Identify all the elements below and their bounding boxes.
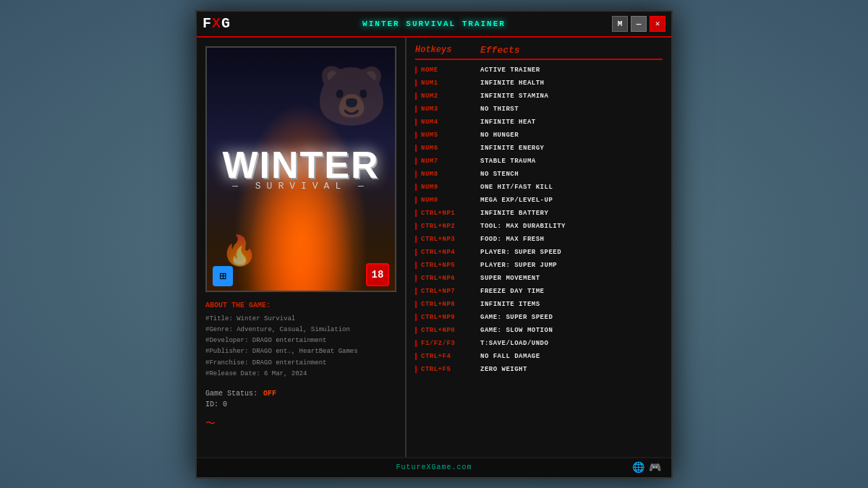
globe-icon: 🌐 (632, 461, 644, 474)
table-row: CTRL+NP0 GAME: SLOW MOTION (415, 325, 663, 337)
game-genre-line: #Genre: Adventure, Casual, Simulation (205, 325, 396, 335)
table-row: CTRL+NP6 SUPER MOVEMENT (415, 273, 663, 285)
hotkey-effect: T:SAVE/LOAD/UNDO (480, 340, 548, 347)
hotkey-key: HOME (415, 67, 480, 74)
hotkey-key: NUM7 (415, 158, 480, 165)
age-rating-badge: 18 (366, 263, 389, 286)
hotkey-effect: FREEZE DAY TIME (480, 288, 545, 295)
hotkey-effect: NO FALL DAMAGE (480, 353, 540, 360)
table-row: CTRL+NP3 FOOD: MAX FRESH (415, 234, 663, 246)
id-value: 0 (223, 401, 227, 408)
left-panel: 🐻 🔥 WINTER — SURVIVAL — ⊞ 18 ABOUT THE G… (197, 38, 407, 457)
hotkey-effect: STABLE TRAUMA (480, 158, 536, 165)
id-label: ID: (205, 401, 218, 408)
hotkey-key: CTRL+NP1 (415, 210, 480, 217)
game-franchise-line: #Franchise: DRAGO entertainment (205, 358, 396, 369)
right-panel: Hotkeys Effects HOME ACTIVE TRAINER NUM1… (407, 38, 671, 457)
table-row: CTRL+NP8 INFINITE ITEMS (415, 299, 663, 311)
cover-title-group: WINTER — SURVIVAL — (222, 146, 379, 192)
hotkey-key: NUM3 (415, 106, 480, 113)
hotkey-effect: NO STENCH (480, 171, 519, 178)
hotkey-effect: ACTIVE TRAINER (480, 67, 540, 74)
hotkey-effect: INFINITE HEAT (480, 119, 536, 126)
hotkey-key: F1/F2/F3 (415, 340, 480, 347)
controller-icon: 🎮 (649, 461, 661, 474)
hotkey-key: NUM2 (415, 93, 480, 100)
table-row: CTRL+F5 ZERO WEIGHT (415, 364, 663, 376)
trainer-window: FXG WINTER SURVIVAL TRAINER M — ✕ 🐻 🔥 WI… (195, 10, 673, 479)
game-id: ID: 0 (205, 401, 396, 408)
table-row: NUM6 INFINITE ENERGY (415, 142, 663, 155)
hotkey-key: CTRL+NP6 (415, 275, 480, 282)
hotkey-effect: TOOL: MAX DURABILITY (480, 223, 566, 230)
player-silhouette: 🔥 (221, 234, 258, 269)
hotkey-effect: INFINITE ENERGY (480, 145, 545, 152)
hotkey-effect: INFINITE HEALTH (480, 80, 545, 87)
hotkey-effect: INFINITE BATTERY (480, 210, 548, 217)
table-row: NUM2 INFINITE STAMINA (415, 90, 663, 103)
title-bar: FXG WINTER SURVIVAL TRAINER M — ✕ (197, 12, 671, 38)
game-info: ABOUT THE GAME: #Title: Winter Survival … (205, 299, 396, 380)
cover-game-title: WINTER (222, 146, 379, 184)
hotkey-key: CTRL+NP5 (415, 262, 480, 269)
table-row: CTRL+NP9 GAME: SUPER SPEED (415, 312, 663, 324)
table-row: NUM5 NO HUNGER (415, 129, 663, 142)
bear-silhouette: 🐻 (315, 62, 388, 133)
hotkey-effect: INFINITE ITEMS (480, 301, 540, 308)
table-row: F1/F2/F3 T:SAVE/LOAD/UNDO (415, 338, 663, 350)
close-button[interactable]: ✕ (650, 16, 665, 32)
hotkey-key: CTRL+NP3 (415, 236, 480, 243)
windows-badge: ⊞ (213, 266, 233, 286)
hotkey-key: CTRL+NP0 (415, 327, 480, 334)
table-row: NUM0 MEGA EXP/LEVEL-UP (415, 194, 663, 207)
main-content: 🐻 🔥 WINTER — SURVIVAL — ⊞ 18 ABOUT THE G… (197, 38, 671, 457)
status-label: Game Status: (205, 390, 258, 398)
table-row: CTRL+NP7 FREEZE DAY TIME (415, 286, 663, 298)
logo: FXG (203, 15, 231, 32)
table-row: CTRL+NP4 PLAYER: SUPER SPEED (415, 247, 663, 259)
hotkey-key: NUM6 (415, 145, 480, 152)
logo-g: G (221, 15, 231, 32)
hotkey-effect: ZERO WEIGHT (480, 366, 527, 373)
hotkey-effect: MEGA EXP/LEVEL-UP (480, 197, 553, 204)
window-controls: M — ✕ (612, 16, 665, 32)
hotkey-key: CTRL+NP8 (415, 301, 480, 308)
hotkey-key: NUM4 (415, 119, 480, 126)
wave-decoration: 〜 (205, 417, 396, 430)
table-row: CTRL+NP5 PLAYER: SUPER JUMP (415, 260, 663, 272)
game-cover: 🐻 🔥 WINTER — SURVIVAL — ⊞ 18 (205, 46, 396, 292)
hotkey-key: NUM0 (415, 197, 480, 204)
hotkey-effect: FOOD: MAX FRESH (480, 236, 545, 243)
table-row: CTRL+NP1 INFINITE BATTERY (415, 207, 663, 220)
hotkey-effect: ONE HIT/FAST KILL (480, 184, 553, 191)
logo-f: F (203, 15, 212, 32)
game-title-line: #Title: Winter Survival (205, 314, 396, 325)
hotkey-effect: SUPER MOVEMENT (480, 275, 540, 282)
table-row: NUM1 INFINITE HEALTH (415, 77, 663, 90)
hotkey-effect: GAME: SUPER SPEED (480, 314, 553, 321)
table-row: NUM3 NO THIRST (415, 103, 663, 116)
hotkey-effect: NO HUNGER (480, 132, 519, 139)
game-release-line: #Release Date: 6 Mar, 2024 (205, 369, 396, 380)
hotkey-key: CTRL+NP9 (415, 314, 480, 321)
table-row: NUM7 STABLE TRAUMA (415, 155, 663, 168)
logo-x: X (212, 15, 221, 32)
hotkey-effect: INFINITE STAMINA (480, 93, 548, 100)
window-title: WINTER SURVIVAL TRAINER (362, 20, 506, 28)
game-developer-line: #Developer: DRAGO entertainment (205, 335, 396, 346)
hotkey-effect: GAME: SLOW MOTION (480, 327, 553, 334)
hotkey-key: CTRL+NP2 (415, 223, 480, 230)
hotkey-effect: NO THIRST (480, 106, 519, 113)
footer-url: FutureXGame.com (396, 463, 472, 471)
table-row: NUM4 INFINITE HEAT (415, 116, 663, 129)
hotkey-key: NUM5 (415, 132, 480, 139)
table-row: CTRL+F4 NO FALL DAMAGE (415, 351, 663, 363)
footer: FutureXGame.com 🌐 🎮 (197, 457, 671, 477)
table-row: NUM8 NO STENCH (415, 168, 663, 181)
game-status: Game Status: OFF (205, 390, 396, 398)
game-publisher-line: #Publisher: DRAGO ent., HeartBeat Games (205, 346, 396, 357)
hotkey-key: CTRL+F4 (415, 353, 480, 360)
minimize-button[interactable]: — (631, 16, 647, 32)
m-button[interactable]: M (612, 16, 628, 32)
hotkey-key: CTRL+NP7 (415, 288, 480, 295)
